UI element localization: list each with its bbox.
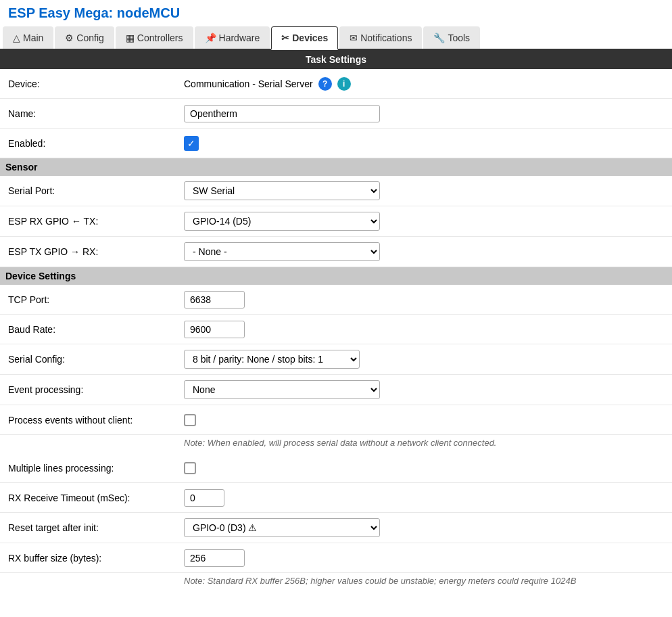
enabled-row: Enabled: ✓ — [0, 129, 672, 158]
rx-buffer-input[interactable] — [184, 549, 245, 567]
serial-config-row: Serial Config: 8 bit / parity: None / st… — [0, 344, 672, 375]
process-events-label: Process events without client: — [8, 415, 184, 426]
tx-gpio-select[interactable]: - None - GPIO-14 (D5) GPIO-12 (D6) GPIO-… — [184, 242, 380, 261]
process-events-note: Note: When enabled, will process serial … — [0, 435, 672, 453]
rx-gpio-label: ESP RX GPIO ← TX: — [8, 216, 184, 227]
serial-config-select[interactable]: 8 bit / parity: None / stop bits: 1 7 bi… — [184, 350, 360, 369]
nav-controllers[interactable]: ▦ Controllers — [116, 26, 193, 49]
task-settings-header: Task Settings — [0, 50, 672, 69]
controllers-icon: ▦ — [126, 32, 135, 43]
notifications-icon: ✉ — [350, 32, 358, 43]
serial-port-row: Serial Port: SW Serial HW Serial HW Seri… — [0, 176, 672, 206]
nav-devices[interactable]: ✂ Devices — [271, 26, 338, 50]
rx-timeout-control-wrap — [184, 489, 664, 507]
main-content: Task Settings Device: Communication - Se… — [0, 50, 672, 591]
rx-gpio-row: ESP RX GPIO ← TX: GPIO-14 (D5) GPIO-12 (… — [0, 206, 672, 237]
process-events-control-wrap — [184, 414, 664, 426]
enabled-control-wrap: ✓ — [184, 136, 664, 151]
baud-rate-control-wrap — [184, 321, 664, 338]
baud-rate-row: Baud Rate: — [0, 315, 672, 344]
reset-target-label: Reset target after init: — [8, 522, 184, 533]
nav-hardware[interactable]: 📌 Hardware — [195, 26, 270, 49]
tcp-port-row: TCP Port: — [0, 285, 672, 315]
serial-config-control-wrap: 8 bit / parity: None / stop bits: 1 7 bi… — [184, 350, 664, 369]
device-settings-header: Device Settings — [0, 267, 672, 285]
page-title: ESP Easy Mega: nodeMCU — [8, 5, 664, 21]
reset-target-row: Reset target after init: GPIO-0 (D3) ⚠ -… — [0, 513, 672, 543]
baud-rate-label: Baud Rate: — [8, 324, 184, 335]
event-processing-label: Event processing: — [8, 384, 184, 395]
multiple-lines-control-wrap — [184, 462, 664, 474]
device-help-question-icon[interactable]: ? — [318, 77, 332, 91]
rx-gpio-select[interactable]: GPIO-14 (D5) GPIO-12 (D6) GPIO-13 (D7) G… — [184, 212, 380, 231]
device-value: Communication - Serial Server — [184, 78, 313, 89]
main-icon: △ — [13, 32, 20, 43]
baud-rate-input[interactable] — [184, 321, 245, 338]
device-label: Device: — [8, 78, 184, 89]
event-processing-row: Event processing: None Generic OpenTherm — [0, 375, 672, 405]
rx-buffer-row: RX buffer size (bytes): — [0, 543, 672, 573]
event-processing-control-wrap: None Generic OpenTherm — [184, 380, 664, 399]
enabled-label: Enabled: — [8, 138, 184, 149]
rx-timeout-input[interactable] — [184, 489, 224, 507]
name-input[interactable] — [184, 105, 380, 122]
config-icon: ⚙ — [65, 32, 74, 43]
device-row: Device: Communication - Serial Server ? … — [0, 69, 672, 99]
serial-port-select[interactable]: SW Serial HW Serial HW Serial1 — [184, 181, 380, 200]
reset-target-control-wrap: GPIO-0 (D3) ⚠ - None - GPIO-14 (D5) GPIO… — [184, 518, 664, 537]
main-nav: △ Main ⚙ Config ▦ Controllers 📌 Hardware… — [0, 26, 672, 50]
tools-icon: 🔧 — [433, 32, 445, 43]
rx-buffer-note: Note: Standard RX buffer 256B; higher va… — [0, 573, 672, 591]
tcp-port-input[interactable] — [184, 291, 245, 308]
serial-config-label: Serial Config: — [8, 354, 184, 365]
event-processing-select[interactable]: None Generic OpenTherm — [184, 380, 380, 399]
rx-timeout-row: RX Receive Timeout (mSec): — [0, 483, 672, 513]
tx-gpio-row: ESP TX GPIO → RX: - None - GPIO-14 (D5) … — [0, 237, 672, 267]
multiple-lines-label: Multiple lines processing: — [8, 463, 184, 474]
multiple-lines-row: Multiple lines processing: — [0, 453, 672, 483]
rx-buffer-control-wrap — [184, 549, 664, 567]
tcp-port-control-wrap — [184, 291, 664, 308]
name-label: Name: — [8, 108, 184, 119]
hardware-icon: 📌 — [205, 32, 216, 43]
serial-port-label: Serial Port: — [8, 185, 184, 196]
reset-target-select[interactable]: GPIO-0 (D3) ⚠ - None - GPIO-14 (D5) GPIO… — [184, 518, 380, 537]
nav-config[interactable]: ⚙ Config — [55, 26, 114, 49]
tx-gpio-control-wrap: - None - GPIO-14 (D5) GPIO-12 (D6) GPIO-… — [184, 242, 664, 261]
nav-tools[interactable]: 🔧 Tools — [423, 26, 480, 49]
page-header: ESP Easy Mega: nodeMCU — [0, 0, 672, 26]
nav-notifications[interactable]: ✉ Notifications — [339, 26, 422, 49]
rx-buffer-label: RX buffer size (bytes): — [8, 553, 184, 564]
device-value-wrap: Communication - Serial Server ? i — [184, 77, 664, 91]
process-events-checkbox[interactable] — [184, 414, 196, 426]
rx-gpio-control-wrap: GPIO-14 (D5) GPIO-12 (D6) GPIO-13 (D7) G… — [184, 212, 664, 231]
name-row: Name: — [0, 99, 672, 129]
serial-port-control-wrap: SW Serial HW Serial HW Serial1 — [184, 181, 664, 200]
name-control-wrap — [184, 105, 664, 122]
devices-icon: ✂ — [281, 32, 289, 43]
tx-gpio-label: ESP TX GPIO → RX: — [8, 246, 184, 257]
sensor-header: Sensor — [0, 158, 672, 176]
multiple-lines-checkbox[interactable] — [184, 462, 196, 474]
nav-main[interactable]: △ Main — [3, 26, 53, 49]
tcp-port-label: TCP Port: — [8, 294, 184, 305]
device-help-info-icon[interactable]: i — [337, 77, 351, 91]
rx-timeout-label: RX Receive Timeout (mSec): — [8, 493, 184, 503]
process-events-row: Process events without client: — [0, 405, 672, 435]
enabled-checkbox[interactable]: ✓ — [184, 136, 199, 151]
